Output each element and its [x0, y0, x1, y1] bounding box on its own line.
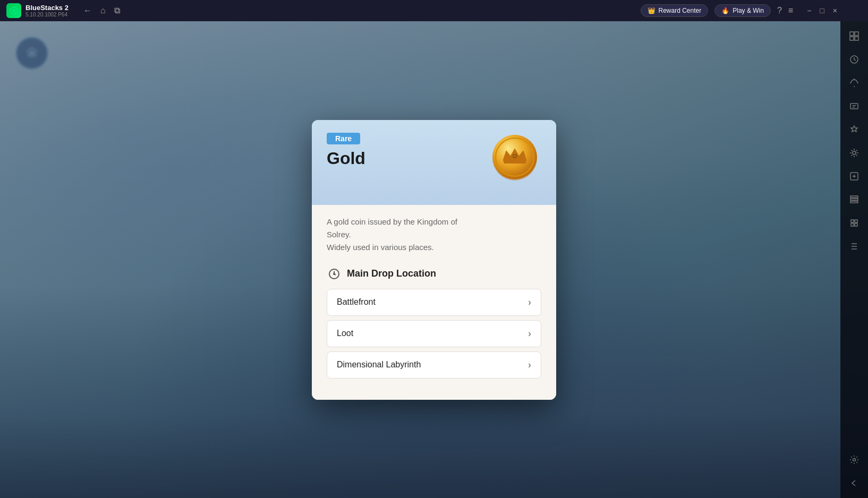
modal-overlay: Rare Gold — [0, 21, 868, 498]
titlebar-center: 👑 Reward Center 🔥 Play & Win ? ≡ − □ × — [120, 4, 862, 17]
app-title: BlueStacks 2 — [25, 4, 69, 12]
bluestacks-logo — [6, 3, 21, 18]
app-version: 5.10.20.1002 P64 — [25, 12, 69, 18]
coin-icon — [488, 131, 541, 184]
rarity-badge: Rare — [327, 133, 360, 144]
close-button[interactable]: × — [830, 5, 840, 16]
svg-point-23 — [334, 273, 335, 274]
chevron-icon-loot: › — [528, 328, 531, 339]
reward-center-button[interactable]: 👑 Reward Center — [641, 4, 709, 17]
window-controls: − □ × — [804, 5, 840, 16]
chevron-icon-battlefront: › — [528, 297, 531, 308]
card-header: Rare Gold — [312, 120, 556, 205]
chevron-icon-dimensional-labyrinth: › — [528, 359, 531, 371]
location-item-loot[interactable]: Loot › — [327, 320, 541, 347]
titlebar: BlueStacks 2 5.10.20.1002 P64 ← ⌂ ⧉ 👑 Re… — [0, 0, 868, 21]
description-line1: A gold coin issued by the Kingdom of — [327, 217, 457, 226]
location-item-battlefront[interactable]: Battlefront › — [327, 289, 541, 316]
card-body: A gold coin issued by the Kingdom of Sol… — [312, 205, 556, 389]
item-card-modal: Rare Gold — [312, 120, 556, 400]
titlebar-nav: ← ⌂ ⧉ — [83, 6, 120, 15]
restore-button[interactable]: □ — [816, 5, 827, 16]
crown-icon: 👑 — [648, 7, 656, 14]
svg-point-21 — [514, 154, 516, 157]
location-name-battlefront: Battlefront — [337, 297, 376, 307]
location-icon — [327, 267, 342, 281]
item-description: A gold coin issued by the Kingdom of Sol… — [327, 216, 541, 254]
play-win-label: Play & Win — [733, 7, 764, 14]
home-button[interactable]: ⌂ — [100, 6, 106, 15]
card-footer — [312, 389, 556, 400]
game-area: Rare Gold — [0, 21, 868, 498]
location-item-dimensional-labyrinth[interactable]: Dimensional Labyrinth › — [327, 351, 541, 379]
minimize-button[interactable]: − — [804, 5, 814, 16]
menu-button[interactable]: ≡ — [788, 6, 793, 15]
fire-icon: 🔥 — [721, 7, 729, 14]
svg-point-1 — [12, 9, 15, 12]
location-name-loot: Loot — [337, 329, 353, 338]
play-win-button[interactable]: 🔥 Play & Win — [714, 4, 771, 17]
back-button[interactable]: ← — [83, 6, 92, 15]
reward-center-label: Reward Center — [659, 7, 702, 14]
location-list: Battlefront › Loot › Dimensional Labyrin… — [327, 289, 541, 379]
titlebar-left: BlueStacks 2 5.10.20.1002 P64 ← ⌂ ⧉ — [6, 3, 120, 18]
drop-location-title: Main Drop Location — [347, 268, 436, 279]
drop-location-header: Main Drop Location — [327, 267, 541, 281]
description-line3: Widely used in various places. — [327, 243, 434, 252]
tabs-button[interactable]: ⧉ — [114, 6, 120, 15]
location-name-dimensional-labyrinth: Dimensional Labyrinth — [337, 360, 421, 370]
description-line2: Solrey. — [327, 230, 351, 239]
help-button[interactable]: ? — [777, 6, 782, 15]
